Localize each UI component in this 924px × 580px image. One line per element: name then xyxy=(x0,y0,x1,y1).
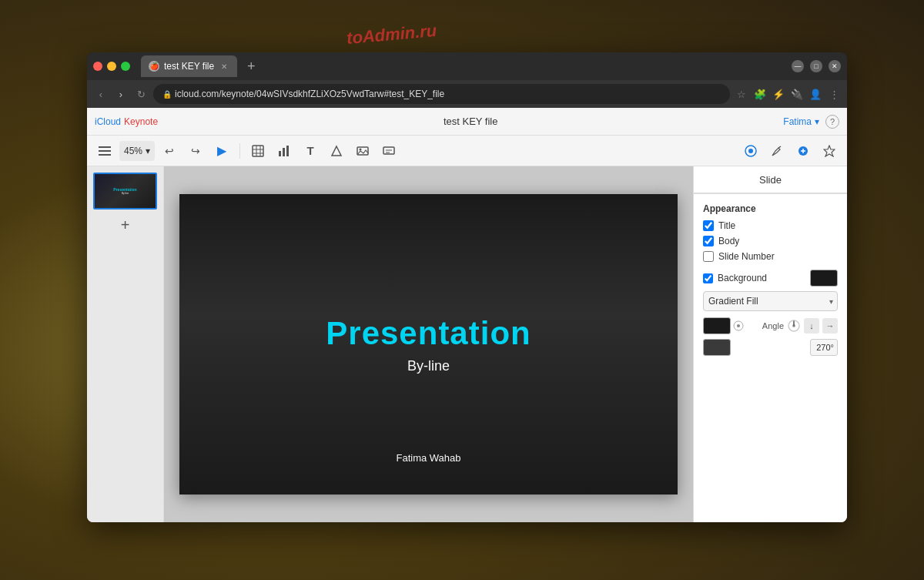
background-label[interactable]: Background xyxy=(718,273,767,283)
title-checkbox[interactable] xyxy=(703,220,714,231)
body-checkbox-label[interactable]: Body xyxy=(718,236,739,246)
slide-thumbnail-1[interactable]: 1 Presentation By-line xyxy=(93,173,157,210)
gradient-arrow-down-button[interactable]: ↓ xyxy=(804,318,819,334)
canvas-area[interactable]: Presentation By-line Fatima Wahab xyxy=(164,166,693,522)
media-button[interactable] xyxy=(351,139,374,163)
username-label: Fatima xyxy=(783,116,812,127)
help-button[interactable]: ? xyxy=(825,115,839,129)
maximize-button[interactable] xyxy=(121,62,130,71)
body-checkbox[interactable] xyxy=(703,236,714,246)
svg-rect-8 xyxy=(279,151,281,156)
undo-button[interactable]: ↩ xyxy=(158,139,181,163)
svg-point-13 xyxy=(360,148,362,150)
profile-button[interactable]: 👤 xyxy=(808,87,822,101)
body-checkbox-row: Body xyxy=(703,236,838,246)
bookmark-button[interactable]: ☆ xyxy=(735,87,748,101)
format-view-button[interactable] xyxy=(739,139,762,163)
app-content: iCloud Keynote test KEY file Fatima ▾ ? … xyxy=(87,108,847,522)
slide-main-title[interactable]: Presentation xyxy=(326,315,531,352)
user-chevron-icon: ▾ xyxy=(815,116,819,127)
angle-label: Angle xyxy=(762,321,784,330)
window-action-buttons: — □ ✕ xyxy=(792,60,841,72)
url-text: icloud.com/keynote/04wSIVsdkhfZLiXOz5Vwd… xyxy=(175,89,444,99)
keynote-brand[interactable]: Keynote xyxy=(124,116,158,127)
browser-window: 🍎 test KEY file ✕ + — □ ✕ ‹ › ↻ 🔒 icloud… xyxy=(87,52,847,522)
svg-rect-1 xyxy=(99,150,111,152)
slide-canvas[interactable]: Presentation By-line Fatima Wahab xyxy=(179,194,678,495)
close-win-icon[interactable]: ✕ xyxy=(829,60,841,72)
minimize-win-icon[interactable]: — xyxy=(792,60,804,72)
panel-tab-slide[interactable]: Slide xyxy=(694,166,847,194)
background-color-swatch[interactable] xyxy=(810,270,838,287)
gradient-swatches-row: Angle ↓ → xyxy=(703,317,838,334)
minimize-button[interactable] xyxy=(107,62,116,71)
address-field[interactable]: 🔒 icloud.com/keynote/04wSIVsdkhfZLiXOz5V… xyxy=(153,84,730,104)
play-button[interactable]: ▶ xyxy=(210,139,233,163)
reload-button[interactable]: ↻ xyxy=(133,86,149,102)
extension-button-2[interactable]: ⚡ xyxy=(772,87,785,101)
angle-input-row: 270° xyxy=(703,339,838,356)
zoom-control[interactable]: 45% ▾ xyxy=(119,141,155,161)
active-tab[interactable]: 🍎 test KEY file ✕ xyxy=(141,55,237,77)
forward-button[interactable]: › xyxy=(113,86,129,102)
slide-number-checkbox-label[interactable]: Slide Number xyxy=(718,251,775,262)
gradient-arrow-right-button[interactable]: → xyxy=(822,318,838,334)
format-tool-button[interactable] xyxy=(765,139,788,163)
title-bar: 🍎 test KEY file ✕ + — □ ✕ xyxy=(87,52,847,80)
appearance-section-title: Appearance xyxy=(703,203,838,214)
document-title: test KEY file xyxy=(158,116,783,127)
angle-input-field[interactable]: 270° xyxy=(810,339,838,356)
new-tab-button[interactable]: + xyxy=(240,55,262,77)
text-button[interactable]: T xyxy=(299,139,322,163)
svg-line-19 xyxy=(778,146,781,148)
svg-marker-11 xyxy=(332,146,341,156)
toolbar: 45% ▾ ↩ ↪ ▶ T xyxy=(87,136,847,166)
title-checkbox-label[interactable]: Title xyxy=(718,220,735,231)
svg-rect-9 xyxy=(283,148,285,156)
slide-byline-text[interactable]: By-line xyxy=(407,358,450,374)
thumb-byline: By-line xyxy=(122,192,129,195)
slides-panel: 1 Presentation By-line + xyxy=(87,166,164,522)
fill-type-select[interactable]: No Fill Color Fill Gradient Fill Image F… xyxy=(703,291,838,311)
format-active-button[interactable] xyxy=(792,139,815,163)
gradient-stop-1-swatch[interactable] xyxy=(703,317,731,334)
animate-button[interactable] xyxy=(818,139,841,163)
toolbar-separator-1 xyxy=(239,143,240,159)
lock-icon: 🔒 xyxy=(162,90,172,99)
gradient-stop-2-swatch[interactable] xyxy=(703,339,731,356)
redo-button[interactable]: ↪ xyxy=(184,139,207,163)
background-checkbox[interactable] xyxy=(703,273,713,283)
slide-author-text[interactable]: Fatima Wahab xyxy=(396,452,460,464)
background-row: Background xyxy=(703,270,838,287)
svg-point-25 xyxy=(737,324,740,327)
zoom-value: 45% xyxy=(124,146,142,156)
slide-number-checkbox-row: Slide Number xyxy=(703,251,838,262)
svg-rect-10 xyxy=(286,146,289,156)
app-header: iCloud Keynote test KEY file Fatima ▾ ? xyxy=(87,108,847,136)
close-button[interactable] xyxy=(93,62,102,71)
restore-win-icon[interactable]: □ xyxy=(810,60,822,72)
chart-button[interactable] xyxy=(273,139,296,163)
svg-rect-2 xyxy=(99,154,111,156)
menu-button[interactable]: ⋮ xyxy=(827,87,841,101)
window-controls xyxy=(93,62,130,71)
sidebar-toggle-button[interactable] xyxy=(93,139,116,163)
add-slide-button[interactable]: + xyxy=(93,216,157,234)
comment-button[interactable] xyxy=(377,139,400,163)
fill-select-wrapper: No Fill Color Fill Gradient Fill Image F… xyxy=(703,291,838,311)
slide-number-checkbox[interactable] xyxy=(703,251,714,262)
extension-button-1[interactable]: 🧩 xyxy=(753,87,767,101)
angle-dial-icon[interactable] xyxy=(787,319,801,333)
svg-rect-3 xyxy=(253,146,263,156)
title-checkbox-row: Title xyxy=(703,220,838,231)
user-menu-button[interactable]: Fatima ▾ xyxy=(783,116,819,127)
extension-button-3[interactable]: 🔌 xyxy=(790,87,804,101)
slide-thumb-content: Presentation By-line xyxy=(95,174,156,208)
svg-marker-23 xyxy=(824,146,835,156)
address-bar: ‹ › ↻ 🔒 icloud.com/keynote/04wSIVsdkhfZL… xyxy=(87,80,847,108)
gradient-connector-svg xyxy=(731,317,746,334)
table-button[interactable] xyxy=(246,139,270,163)
back-button[interactable]: ‹ xyxy=(93,86,109,102)
tab-close-button[interactable]: ✕ xyxy=(219,61,229,72)
shape-button[interactable] xyxy=(325,139,348,163)
